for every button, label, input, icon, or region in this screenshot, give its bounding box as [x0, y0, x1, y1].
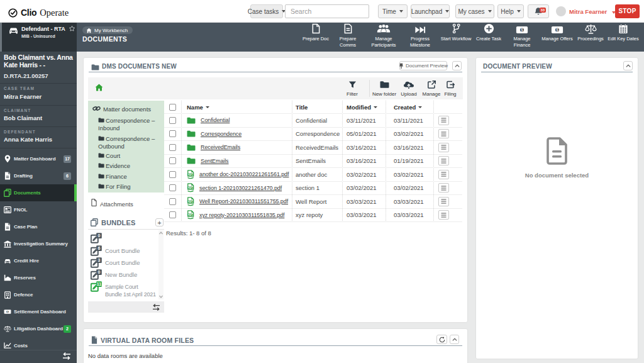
svg-text:$: $ — [556, 28, 558, 32]
svg-text:$: $ — [521, 28, 523, 32]
svg-text:PDF: PDF — [188, 173, 192, 176]
svg-text:6: 6 — [98, 246, 101, 250]
svg-text:PDF: PDF — [188, 187, 192, 189]
svg-text:11: 11 — [97, 282, 102, 286]
svg-text:PDF: PDF — [188, 200, 192, 203]
svg-text:0: 0 — [98, 270, 101, 274]
svg-text:0: 0 — [98, 233, 101, 238]
svg-text:PDF: PDF — [188, 214, 192, 216]
svg-text:3: 3 — [98, 258, 101, 262]
